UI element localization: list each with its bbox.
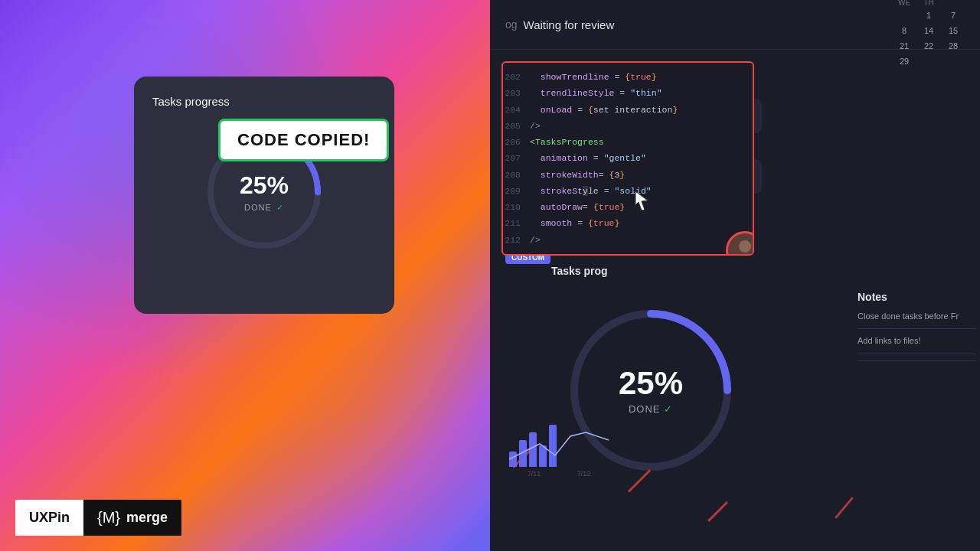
chart-label-2: 7/12 (577, 470, 591, 478)
cal-day-th: TH (917, 0, 940, 7)
chart-area: 7/11 7/12 (509, 421, 609, 490)
check-icon: ✓ (276, 203, 284, 212)
big-done-label: DONE ✓ (629, 403, 673, 415)
notes-title: Notes (858, 291, 976, 303)
cal-num-28: 28 (942, 39, 965, 53)
notes-panel: Notes Close done tasks before Fr Add lin… (858, 291, 976, 367)
left-panel: Tasks progress 25% DONE ✓ CODE COPIED! U… (0, 0, 490, 551)
merge-label: merge (126, 510, 168, 526)
cal-num-14: 14 (917, 24, 940, 37)
cal-num-21: 21 (893, 39, 916, 53)
line-content-210: autoDraw= {true} (530, 201, 625, 214)
right-panel: og Waiting for review July 2021 WE TH 1 … (490, 0, 980, 551)
line-content-212: /> (530, 233, 541, 246)
calendar-area: July 2021 WE TH 1 7 8 14 15 21 22 28 29 (893, 0, 965, 68)
big-circle-center-text: 25% DONE ✓ (619, 365, 683, 416)
breadcrumb-log: og (505, 18, 518, 31)
uxpin-label: UXPin (29, 510, 70, 526)
line-num-210: 210 (503, 201, 530, 214)
code-line-205: 205 /> (503, 118, 753, 134)
cal-day-empty (942, 0, 965, 7)
line-content-202: showTrendline = {true} (530, 70, 657, 83)
line-content-209: strokeStyle = "solid" (530, 184, 652, 197)
note-divider-2 (858, 354, 976, 354)
note-item-2: Add links to files! (858, 335, 976, 347)
line-num-209: 209 (503, 184, 530, 197)
diag-line-3 (707, 501, 728, 522)
cal-num-7: 7 (942, 8, 965, 22)
chart-line-svg (509, 421, 609, 467)
note-divider-3 (858, 360, 976, 361)
cal-day-we: WE (893, 0, 916, 7)
chart-labels: 7/11 7/12 (509, 470, 609, 478)
code-line-208: 208 strokeWidth= {3} (503, 167, 753, 183)
tasks-progress-bottom-title: Tasks prog (551, 264, 608, 278)
big-check-icon: ✓ (664, 403, 673, 415)
line-content-205: /> (530, 119, 541, 132)
cal-num-29: 29 (893, 54, 916, 68)
code-copied-tooltip: CODE COPIED! (218, 119, 389, 161)
uxpin-merge-logo: UXPin {M} merge (15, 500, 181, 536)
code-line-207: 207 animation = "gentle" (503, 150, 753, 166)
uxpin-white-bg: UXPin (15, 500, 83, 536)
line-num-211: 211 (503, 217, 530, 230)
code-line-210: 210 autoDraw= {true} (503, 199, 753, 215)
top-bar: og Waiting for review July 2021 WE TH 1 … (490, 0, 980, 50)
merge-icon: {M} (97, 509, 120, 527)
line-content-207: animation = "gentle" (530, 152, 646, 165)
tasks-card: Tasks progress 25% DONE ✓ (134, 77, 394, 314)
line-content-206: <TasksProgress (530, 135, 604, 148)
code-lines-container: 202 showTrendline = {true} 203 trendline… (503, 63, 753, 254)
line-num-207: 207 (503, 152, 530, 165)
percent-value: 25% (240, 171, 289, 200)
line-content-203: trendlineStyle = "thin" (530, 86, 662, 99)
line-content-208: strokeWidth= {3} (530, 168, 625, 181)
code-line-202: 202 showTrendline = {true} (503, 69, 753, 85)
line-num-206: 206 (503, 135, 530, 148)
code-line-203: 203 trendlineStyle = "thin" (503, 85, 753, 101)
cal-num-8: 8 (893, 24, 916, 37)
line-num-204: 204 (503, 103, 530, 116)
note-divider-1 (858, 328, 976, 329)
line-num-208: 208 (503, 168, 530, 181)
cal-num-15: 15 (942, 24, 965, 37)
done-label: DONE ✓ (244, 203, 284, 212)
note-item-1: Close done tasks before Fr (858, 311, 976, 322)
big-percent-value: 25% (619, 365, 683, 402)
code-line-204: 204 onLoad = {set interaction} (503, 102, 753, 118)
circle-center: 25% DONE ✓ (240, 171, 289, 214)
cal-num-2: 1 (917, 8, 940, 22)
chart-label-1: 7/11 (528, 470, 541, 478)
code-line-209: 209 strokeStyle = "solid" (503, 183, 753, 199)
code-line-206: 206 <TasksProgress (503, 134, 753, 150)
cal-num-22: 22 (917, 39, 940, 53)
code-copied-text: CODE COPIED! (237, 130, 370, 149)
svg-point-6 (734, 255, 754, 256)
line-num-203: 203 (503, 86, 530, 99)
tasks-prog-label: Tasks prog (551, 265, 608, 277)
cal-num-1 (893, 8, 916, 22)
line-content-204: onLoad = {set interaction} (530, 103, 678, 116)
diag-line-4 (835, 497, 854, 519)
merge-black-bg: {M} merge (83, 500, 181, 536)
line-num-212: 212 (503, 233, 530, 246)
tasks-card-title: Tasks progress (152, 95, 230, 108)
line-num-202: 202 (503, 70, 530, 83)
code-line-211: 211 smooth = {true} (503, 215, 753, 231)
waiting-review-title: Waiting for review (524, 18, 615, 31)
line-num-205: 205 (503, 119, 530, 132)
code-line-212: 212 /> (503, 232, 753, 248)
code-editor: 202 showTrendline = {true} 203 trendline… (501, 61, 754, 256)
svg-point-5 (739, 240, 751, 253)
line-content-211: smooth = {true} (530, 217, 619, 230)
avatar-svg (728, 233, 754, 256)
